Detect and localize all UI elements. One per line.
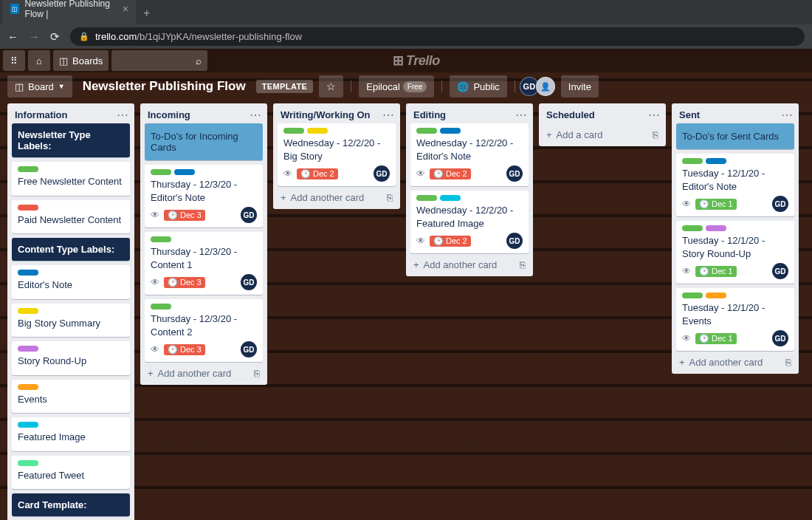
- label-orange[interactable]: [18, 384, 38, 390]
- label-blue[interactable]: [18, 270, 38, 276]
- list-menu-icon[interactable]: ⋯: [250, 112, 261, 119]
- card[interactable]: Tuesday - 12/1/20 - Editor's Note👁🕑Dec 1…: [676, 154, 794, 216]
- card[interactable]: Editor's Note: [12, 265, 130, 299]
- card-member-avatar[interactable]: GD: [506, 233, 523, 249]
- label-green[interactable]: [151, 169, 171, 175]
- label-green[interactable]: [416, 195, 437, 201]
- card-member-avatar[interactable]: GD: [241, 207, 257, 223]
- add-card-button[interactable]: +Add another card⎘: [273, 186, 400, 209]
- label-lime[interactable]: [18, 460, 38, 466]
- card[interactable]: Wednesday - 12/2/20 - Editor's Note👁🕑Dec…: [410, 123, 529, 186]
- due-date-badge[interactable]: 🕑Dec 2: [430, 168, 471, 179]
- card[interactable]: Thursday - 12/3/20 - Content 2👁🕑Dec 3GD: [145, 299, 263, 362]
- list-title[interactable]: Sent: [679, 109, 700, 120]
- template-icon[interactable]: ⎘: [785, 357, 791, 368]
- label-green[interactable]: [682, 225, 703, 231]
- label-sky[interactable]: [440, 195, 461, 201]
- board-title[interactable]: Newsletter Publishing Flow: [78, 79, 250, 94]
- section-header-card[interactable]: Card Template:: [12, 493, 130, 516]
- invite-button[interactable]: Invite: [561, 75, 599, 98]
- trello-logo[interactable]: Trello: [210, 52, 622, 69]
- forward-icon[interactable]: →: [29, 30, 40, 43]
- list-menu-icon[interactable]: ⋯: [117, 112, 128, 119]
- list-title[interactable]: Incoming: [148, 109, 190, 120]
- list-title[interactable]: Editing: [413, 109, 446, 120]
- card[interactable]: Story Round-Up: [12, 341, 130, 375]
- todo-header-card[interactable]: To-Do's for Sent Cards: [676, 123, 794, 149]
- label-green[interactable]: [682, 292, 703, 298]
- label-green[interactable]: [151, 304, 171, 309]
- template-icon[interactable]: ⎘: [254, 368, 260, 379]
- card[interactable]: Thursday - 12/3/20 - Editor's Note👁🕑Dec …: [145, 165, 263, 228]
- card-member-avatar[interactable]: GD: [241, 274, 257, 290]
- card[interactable]: Featured Image: [12, 417, 130, 451]
- list-menu-icon[interactable]: ⋯: [382, 112, 394, 119]
- card[interactable]: Thursday - 12/3/20 - Content 1👁🕑Dec 3GD: [145, 232, 263, 295]
- due-date-badge[interactable]: 🕑Dec 3: [164, 344, 205, 355]
- add-card-button[interactable]: +Add another card⎘: [140, 362, 267, 385]
- add-card-button[interactable]: +Add another card⎘: [406, 253, 533, 276]
- due-date-badge[interactable]: 🕑Dec 1: [695, 266, 737, 277]
- due-date-badge[interactable]: 🕑Dec 1: [695, 199, 737, 210]
- todo-header-card[interactable]: To-Do's for Incoming Cards: [145, 123, 263, 160]
- home-button[interactable]: ⌂: [28, 50, 50, 71]
- visibility-button[interactable]: 🌐Public: [450, 75, 506, 98]
- apps-button[interactable]: ⠿: [3, 50, 25, 71]
- star-button[interactable]: ☆: [319, 75, 343, 98]
- back-icon[interactable]: ←: [7, 30, 18, 43]
- card[interactable]: Free Newsletter Content: [12, 162, 130, 196]
- label-yellow[interactable]: [18, 308, 38, 314]
- label-red[interactable]: [18, 205, 38, 211]
- due-date-badge[interactable]: 🕑Dec 2: [297, 168, 338, 179]
- member-avatar[interactable]: 👤: [536, 77, 555, 96]
- card-member-avatar[interactable]: GD: [772, 330, 788, 346]
- due-date-badge[interactable]: 🕑Dec 2: [430, 236, 471, 247]
- close-icon[interactable]: ×: [123, 3, 128, 15]
- template-badge[interactable]: TEMPLATE: [256, 80, 314, 93]
- search-input[interactable]: ⌕: [111, 50, 207, 71]
- label-purple[interactable]: [18, 346, 38, 352]
- card[interactable]: Wednesday - 12/2/20 - Featured Image👁🕑De…: [410, 191, 529, 253]
- boards-button[interactable]: ◫Boards: [53, 50, 109, 71]
- card[interactable]: Events: [12, 380, 130, 414]
- due-date-badge[interactable]: 🕑Dec 1: [695, 333, 737, 344]
- label-green[interactable]: [283, 128, 304, 134]
- card-member-avatar[interactable]: GD: [772, 263, 788, 279]
- label-green[interactable]: [18, 166, 38, 172]
- due-date-badge[interactable]: 🕑Dec 3: [164, 210, 205, 221]
- template-icon[interactable]: ⎘: [520, 259, 526, 270]
- label-green[interactable]: [682, 158, 703, 164]
- label-orange[interactable]: [706, 292, 726, 298]
- label-blue[interactable]: [174, 169, 195, 175]
- address-bar[interactable]: 🔒 trello.com/b/1qiJYpKA/newsletter-publi…: [70, 27, 805, 46]
- card-member-avatar[interactable]: GD: [241, 341, 257, 358]
- section-header-card[interactable]: Newsletter Type Labels:: [12, 123, 130, 157]
- due-date-badge[interactable]: 🕑Dec 3: [164, 277, 205, 288]
- list-menu-icon[interactable]: ⋯: [648, 112, 660, 119]
- card[interactable]: Featured Tweet: [12, 456, 130, 490]
- list-title[interactable]: Writing/Working On: [281, 109, 371, 120]
- card[interactable]: Wednesday - 12/2/20 - Big Story👁🕑Dec 2GD: [278, 123, 396, 186]
- label-sky[interactable]: [18, 422, 38, 428]
- label-yellow[interactable]: [307, 128, 328, 134]
- new-tab-button[interactable]: +: [136, 2, 157, 24]
- label-green[interactable]: [416, 128, 437, 134]
- card[interactable]: Tuesday - 12/1/20 - Events👁🕑Dec 1GD: [676, 288, 794, 351]
- template-icon[interactable]: ⎘: [387, 192, 393, 203]
- card[interactable]: Paid Newsletter Content: [12, 200, 130, 234]
- card-member-avatar[interactable]: GD: [374, 165, 390, 182]
- label-green[interactable]: [151, 236, 171, 242]
- section-header-card[interactable]: Content Type Labels:: [12, 238, 130, 261]
- browser-tab[interactable]: ◫ Newsletter Publishing Flow | ×: [3, 0, 136, 24]
- card[interactable]: Big Story Summary: [12, 304, 130, 338]
- list-menu-icon[interactable]: ⋯: [515, 112, 527, 119]
- card[interactable]: Tuesday - 12/1/20 - Story Round-Up👁🕑Dec …: [676, 221, 794, 284]
- list-title[interactable]: Information: [15, 109, 68, 120]
- label-blue[interactable]: [706, 158, 726, 164]
- workspace-button[interactable]: EpilocalFree: [359, 75, 434, 98]
- card-member-avatar[interactable]: GD: [506, 165, 523, 182]
- list-title[interactable]: Scheduled: [546, 109, 595, 120]
- add-card-button[interactable]: +Add a card⎘: [539, 123, 666, 146]
- add-card-button[interactable]: +Add another card⎘: [672, 351, 799, 374]
- card-member-avatar[interactable]: GD: [772, 196, 788, 212]
